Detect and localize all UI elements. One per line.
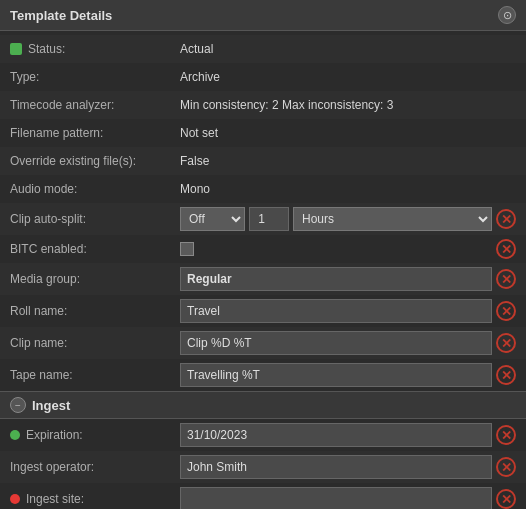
value-type: Archive — [180, 70, 516, 84]
roll-name-controls: ✕ — [180, 299, 516, 323]
expiration-input[interactable] — [180, 423, 492, 447]
row-bitc-enabled: BITC enabled: ✕ — [0, 235, 526, 263]
row-tape-name: Tape name: ✕ — [0, 359, 526, 391]
row-media-group: Media group: ✕ — [0, 263, 526, 295]
row-ingest-site: Ingest site: ✕ — [0, 483, 526, 509]
value-filename-pattern: Not set — [180, 126, 516, 140]
ingest-operator-remove-button[interactable]: ✕ — [496, 457, 516, 477]
bitc-controls: ✕ — [180, 239, 516, 259]
collapse-button[interactable]: ⊙ — [498, 6, 516, 24]
row-clip-auto-split: Clip auto-split: Off On Hours Minutes Se… — [0, 203, 526, 235]
label-override-files: Override existing file(s): — [10, 154, 180, 168]
roll-name-remove-button[interactable]: ✕ — [496, 301, 516, 321]
content-area: Status: Actual Type: Archive Timecode an… — [0, 31, 526, 509]
ingest-operator-input[interactable] — [180, 455, 492, 479]
ingest-site-remove-button[interactable]: ✕ — [496, 489, 516, 509]
row-override-files: Override existing file(s): False — [0, 147, 526, 175]
label-tape-name: Tape name: — [10, 368, 180, 382]
row-clip-name: Clip name: ✕ — [0, 327, 526, 359]
label-clip-auto-split: Clip auto-split: — [10, 212, 180, 226]
clip-auto-split-controls: Off On Hours Minutes Seconds ✕ — [180, 207, 516, 231]
clip-split-remove-button[interactable]: ✕ — [496, 209, 516, 229]
ingest-operator-controls: ✕ — [180, 455, 516, 479]
value-timecode-analyzer: Min consistency: 2 Max inconsistency: 3 — [180, 98, 516, 112]
label-roll-name: Roll name: — [10, 304, 180, 318]
ingest-collapse-icon[interactable]: − — [10, 397, 26, 413]
value-override-files: False — [180, 154, 516, 168]
label-expiration: Expiration: — [10, 428, 180, 442]
row-expiration: Expiration: ✕ — [0, 419, 526, 451]
row-roll-name: Roll name: ✕ — [0, 295, 526, 327]
row-filename-pattern: Filename pattern: Not set — [0, 119, 526, 147]
clip-split-number-input[interactable] — [249, 207, 289, 231]
status-indicator — [10, 43, 22, 55]
row-audio-mode: Audio mode: Mono — [0, 175, 526, 203]
ingest-site-controls: ✕ — [180, 487, 516, 509]
label-type: Type: — [10, 70, 180, 84]
roll-name-input[interactable] — [180, 299, 492, 323]
row-ingest-operator: Ingest operator: ✕ — [0, 451, 526, 483]
label-status: Status: — [10, 42, 180, 56]
ingest-site-dot — [10, 494, 20, 504]
clip-name-input[interactable] — [180, 331, 492, 355]
label-bitc-enabled: BITC enabled: — [10, 242, 180, 256]
clip-split-unit-select[interactable]: Hours Minutes Seconds — [293, 207, 492, 231]
expiration-controls: ✕ — [180, 423, 516, 447]
bitc-remove-button[interactable]: ✕ — [496, 239, 516, 259]
ingest-section-header[interactable]: − Ingest — [0, 391, 526, 419]
clip-split-select[interactable]: Off On — [180, 207, 245, 231]
label-ingest-site: Ingest site: — [10, 492, 180, 506]
title-bar-title: Template Details — [10, 8, 112, 23]
label-filename-pattern: Filename pattern: — [10, 126, 180, 140]
bitc-checkbox[interactable] — [180, 242, 194, 256]
media-group-controls: ✕ — [180, 267, 516, 291]
label-clip-name: Clip name: — [10, 336, 180, 350]
window: Template Details ⊙ Status: Actual Type: … — [0, 0, 526, 509]
tape-name-input[interactable] — [180, 363, 492, 387]
expiration-remove-button[interactable]: ✕ — [496, 425, 516, 445]
media-group-input[interactable] — [180, 267, 492, 291]
label-timecode-analyzer: Timecode analyzer: — [10, 98, 180, 112]
label-media-group: Media group: — [10, 272, 180, 286]
media-group-remove-button[interactable]: ✕ — [496, 269, 516, 289]
label-audio-mode: Audio mode: — [10, 182, 180, 196]
value-audio-mode: Mono — [180, 182, 516, 196]
value-status: Actual — [180, 42, 516, 56]
tape-name-controls: ✕ — [180, 363, 516, 387]
label-ingest-operator: Ingest operator: — [10, 460, 180, 474]
expiration-dot — [10, 430, 20, 440]
row-timecode-analyzer: Timecode analyzer: Min consistency: 2 Ma… — [0, 91, 526, 119]
ingest-site-input[interactable] — [180, 487, 492, 509]
row-status: Status: Actual — [0, 35, 526, 63]
clip-name-controls: ✕ — [180, 331, 516, 355]
row-type: Type: Archive — [0, 63, 526, 91]
title-bar: Template Details ⊙ — [0, 0, 526, 31]
clip-name-remove-button[interactable]: ✕ — [496, 333, 516, 353]
tape-name-remove-button[interactable]: ✕ — [496, 365, 516, 385]
ingest-section-label: Ingest — [32, 398, 70, 413]
